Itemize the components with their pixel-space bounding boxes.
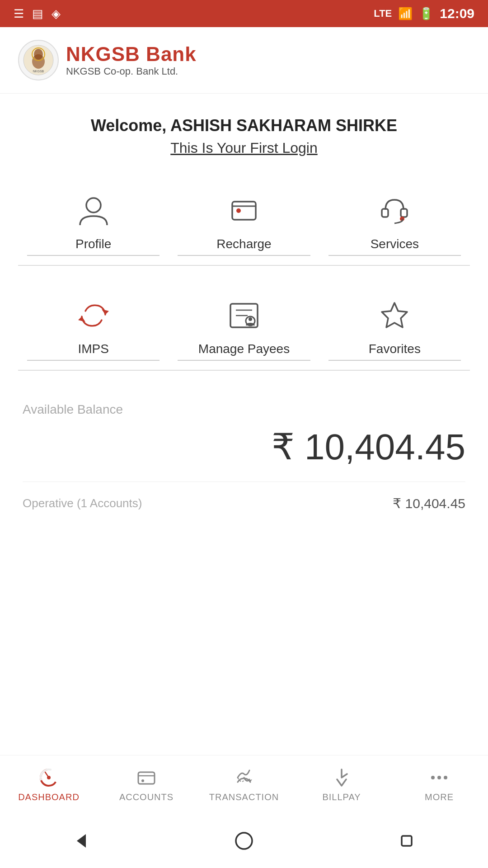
accounts-nav-label: ACCOUNTS xyxy=(119,792,174,802)
first-login-text: This Is Your First Login xyxy=(18,140,470,156)
svg-point-18 xyxy=(249,317,252,321)
services-label: Services xyxy=(328,237,461,256)
welcome-section: Welcome, ASHISH SAKHARAM SHIRKE This Is … xyxy=(0,94,488,170)
svg-rect-9 xyxy=(382,209,388,217)
more-icon xyxy=(428,767,450,788)
svg-point-29 xyxy=(437,776,441,779)
back-button[interactable] xyxy=(68,827,95,854)
battery-icon: 🔋 xyxy=(419,7,433,21)
logo-emblem-icon: NKGSB xyxy=(23,44,54,76)
imps-menu-item[interactable]: IMPS xyxy=(18,284,169,371)
back-icon xyxy=(70,830,93,852)
svg-marker-31 xyxy=(77,834,86,848)
message-icon: ▤ xyxy=(32,7,43,21)
favorites-label: Favorites xyxy=(328,342,461,361)
services-icon xyxy=(376,193,413,229)
recents-icon xyxy=(395,830,418,852)
manage-payees-label: Manage Payees xyxy=(178,342,310,361)
services-menu-item[interactable]: Services xyxy=(319,179,470,266)
bank-name: NKGSB Bank xyxy=(66,43,197,66)
favorites-menu-item[interactable]: Favorites xyxy=(319,284,470,371)
dashboard-icon xyxy=(38,767,60,788)
billpay-icon xyxy=(331,767,352,788)
profile-menu-item[interactable]: Profile xyxy=(18,179,169,266)
svg-point-32 xyxy=(236,833,252,849)
svg-rect-33 xyxy=(402,836,412,846)
svg-marker-13 xyxy=(78,316,85,322)
recharge-label: Recharge xyxy=(178,237,310,256)
transaction-icon xyxy=(233,767,255,788)
svg-marker-12 xyxy=(102,309,109,315)
balance-title: Available Balance xyxy=(23,402,465,417)
home-button[interactable] xyxy=(230,827,258,854)
billpay-nav-label: BILLPAY xyxy=(322,792,361,802)
nav-dashboard[interactable]: DASHBOARD xyxy=(0,755,98,814)
welcome-greeting: Welcome, ASHISH SAKHARAM SHIRKE xyxy=(18,116,470,135)
svg-rect-24 xyxy=(138,772,155,784)
status-time: 12:09 xyxy=(440,6,474,21)
nav-more[interactable]: MORE xyxy=(390,755,488,814)
bottom-navigation: DASHBOARD ACCOUNTS TRANSACTION BILLPAY xyxy=(0,755,488,814)
svg-point-5 xyxy=(86,198,101,212)
manage-payees-icon xyxy=(226,297,262,334)
profile-icon xyxy=(75,193,112,229)
account-label: Operative (1 Accounts) xyxy=(23,496,142,510)
accounts-icon xyxy=(136,767,157,788)
manage-payees-menu-item[interactable]: Manage Payees xyxy=(169,284,319,371)
imps-label: IMPS xyxy=(27,342,160,361)
account-row: Operative (1 Accounts) ₹ 10,404.45 xyxy=(23,495,465,511)
balance-amount: ₹ 10,404.45 xyxy=(23,426,465,482)
svg-point-2 xyxy=(32,54,45,69)
dashboard-nav-label: DASHBOARD xyxy=(18,792,80,802)
profile-label: Profile xyxy=(27,237,160,256)
balance-section: Available Balance ₹ 10,404.45 Operative … xyxy=(0,380,488,525)
status-bar: ☰ ▤ ◈ LTE 📶 🔋 12:09 xyxy=(0,0,488,27)
logo-text: NKGSB Bank NKGSB Co-op. Bank Ltd. xyxy=(66,43,197,77)
nav-transaction[interactable]: TRANSACTION xyxy=(195,755,293,814)
svg-point-28 xyxy=(431,776,435,779)
nav-billpay[interactable]: BILLPAY xyxy=(293,755,390,814)
svg-rect-10 xyxy=(401,209,407,217)
header: NKGSB NKGSB Bank NKGSB Co-op. Bank Ltd. xyxy=(0,27,488,94)
lte-icon: LTE xyxy=(374,8,392,19)
imps-icon xyxy=(75,297,112,334)
bank-logo: NKGSB xyxy=(18,40,59,80)
favorites-icon xyxy=(376,297,413,334)
bank-subtitle: NKGSB Co-op. Bank Ltd. xyxy=(66,66,197,77)
signal-icon: 📶 xyxy=(398,7,413,21)
system-nav-bar xyxy=(0,814,488,868)
menu-grid-row2: IMPS Manage Payees Favorites xyxy=(0,275,488,380)
svg-text:NKGSB: NKGSB xyxy=(33,70,44,73)
more-nav-label: MORE xyxy=(425,792,454,802)
android-icon: ◈ xyxy=(52,7,61,21)
recents-button[interactable] xyxy=(393,827,420,854)
svg-rect-6 xyxy=(232,202,256,220)
logo-container: NKGSB NKGSB Bank NKGSB Co-op. Bank Ltd. xyxy=(18,40,197,80)
recharge-menu-item[interactable]: Recharge xyxy=(169,179,319,266)
account-amount: ₹ 10,404.45 xyxy=(393,495,465,511)
svg-point-30 xyxy=(444,776,447,779)
nav-accounts[interactable]: ACCOUNTS xyxy=(98,755,195,814)
menu-grid-row1: Profile Recharge Services xyxy=(0,170,488,275)
transaction-nav-label: TRANSACTION xyxy=(209,792,279,802)
recharge-icon xyxy=(226,193,262,229)
svg-point-26 xyxy=(141,779,144,782)
svg-line-23 xyxy=(45,772,49,778)
svg-marker-19 xyxy=(382,303,407,327)
notification-icon: ☰ xyxy=(14,7,24,21)
svg-point-7 xyxy=(236,208,241,213)
home-icon xyxy=(233,830,255,852)
